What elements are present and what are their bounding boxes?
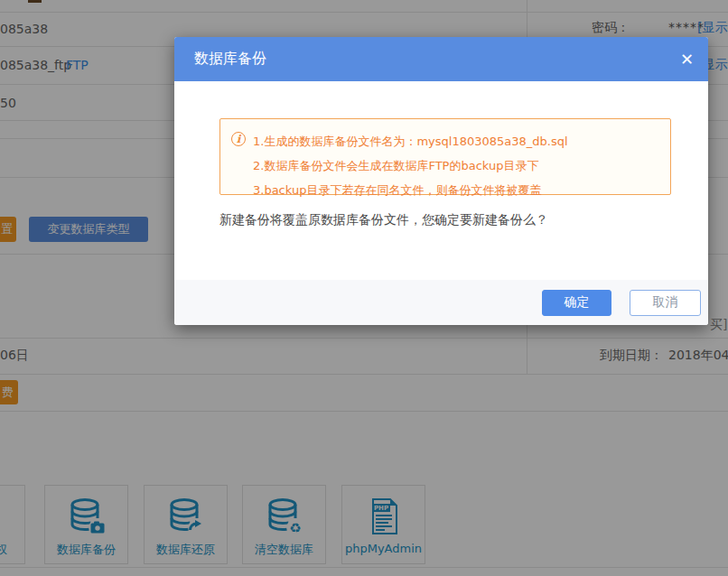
confirm-message: 新建备份将覆盖原数据库备份文件，您确定要新建备份么？ [219,212,548,228]
info-line-3: 3.backup目录下若存在同名文件，则备份文件将被覆盖 [253,178,661,202]
database-backup-dialog: 数据库备份 ✕ i 1.生成的数据库备份文件名为：mysql1803085a38… [174,37,708,325]
info-line-2: 2.数据库备份文件会生成在数据库FTP的backup目录下 [253,153,661,178]
info-icon: i [231,132,246,146]
close-icon[interactable]: ✕ [680,51,694,68]
ok-button[interactable]: 确定 [542,290,611,316]
ok-button-label: 确定 [565,294,590,311]
dialog-header: 数据库备份 ✕ [174,37,708,81]
dialog-footer: 确定 取消 [174,280,708,325]
cancel-button[interactable]: 取消 [630,290,701,316]
info-line-1: 1.生成的数据库备份文件名为：mysql1803085a38_db.sql [253,129,661,153]
cancel-button-label: 取消 [653,294,678,311]
backup-info-box: i 1.生成的数据库备份文件名为：mysql1803085a38_db.sql … [219,118,671,195]
dialog-title: 数据库备份 [194,50,266,69]
